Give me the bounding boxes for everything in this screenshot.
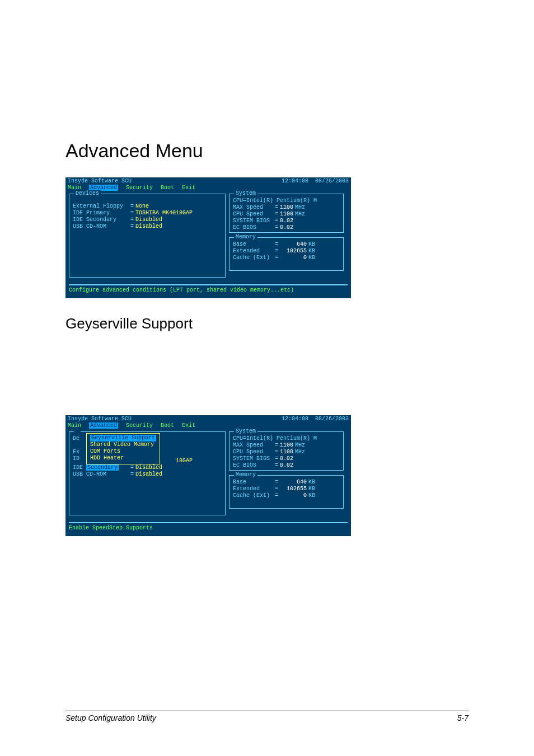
tab-security[interactable]: Security [126, 422, 153, 429]
advanced-submenu: Geyserville Support Shared Video Memory … [86, 433, 160, 464]
bios-help-text: Enable SpeedStep Supports [69, 522, 348, 532]
bios-datetime: 12:04:08 08/26/2003 [282, 178, 349, 185]
memory-panel: Memory Base=640KB Extended=102655KB Cach… [229, 475, 344, 509]
section-title: Geyserville Support [65, 315, 469, 332]
bios-help-text: Configure advanced conditions (LPT port,… [69, 284, 348, 294]
system-panel: System CPU=Intel(R) Pentium(R) M MAX Spe… [229, 431, 344, 471]
sys-row: EC BIOS=0.02 [233, 224, 340, 231]
footer-page-number: 5-7 [457, 713, 469, 722]
submenu-item-hdd-heater[interactable]: HDD Heater [90, 455, 156, 462]
bios-datetime: 12:04:08 08/26/2003 [282, 416, 349, 422]
tab-boot[interactable]: Boot [161, 185, 174, 191]
device-row: USB CD-ROM=Disabled [73, 223, 222, 230]
submenu-item-com-ports[interactable]: COM Ports [90, 448, 156, 455]
submenu-item-shared-video[interactable]: Shared Video Memory [90, 442, 156, 448]
footer-title: Setup Configuration Utility [65, 713, 156, 722]
device-row: IDE Secondary=Disabled [73, 217, 222, 223]
system-panel: System CPU=Intel(R) Pentium(R) M MAX Spe… [229, 194, 344, 233]
device-row: External Floppy=None [73, 203, 222, 210]
bios-menubar: Main Advanced Security Boot Exit [65, 185, 351, 192]
bios-title: Insyde Software SCU [68, 178, 132, 185]
mem-row: Cache (Ext)=0KB [233, 255, 340, 261]
devices-panel: De Ex ID 18GAP Geyserville Support Share… [69, 431, 226, 515]
memory-panel: Memory Base=640KB Extended=102655KB Cach… [229, 237, 344, 271]
tab-advanced[interactable]: Advanced [89, 422, 118, 429]
tab-boot[interactable]: Boot [161, 422, 174, 429]
submenu-item-geyserville[interactable]: Geyserville Support [90, 435, 156, 442]
device-row: IDE Secondary =Disabled [73, 464, 222, 471]
sys-row: MAX Speed=1100MHz [233, 204, 340, 211]
bios-screenshot-1: Insyde Software SCU 12:04:08 08/26/2003 … [65, 177, 351, 298]
device-row: USB CD-ROM=Disabled [73, 471, 222, 478]
tab-security[interactable]: Security [126, 185, 153, 191]
device-row: IDE Primary=TOSHIBA MK4018GAP [73, 210, 222, 217]
tab-exit[interactable]: Exit [182, 185, 195, 191]
mem-row: Base=640KB [233, 241, 340, 248]
sys-row: SYSTEM BIOS=0.02 [233, 218, 340, 224]
devices-panel: Devices External Floppy=None IDE Primary… [69, 194, 226, 278]
bios-screenshot-2: Insyde Software SCU 12:04:08 08/26/2003 … [65, 415, 351, 536]
tab-exit[interactable]: Exit [182, 422, 195, 429]
sys-row: CPU Speed=1100MHz [233, 211, 340, 218]
page-footer: Setup Configuration Utility 5-7 [65, 711, 469, 722]
mem-row: Extended=102655KB [233, 248, 340, 255]
bios-menubar: Main Advanced Security Boot Exit [65, 422, 351, 430]
bios-title: Insyde Software SCU [68, 416, 132, 422]
page-title: Advanced Menu [65, 140, 469, 162]
